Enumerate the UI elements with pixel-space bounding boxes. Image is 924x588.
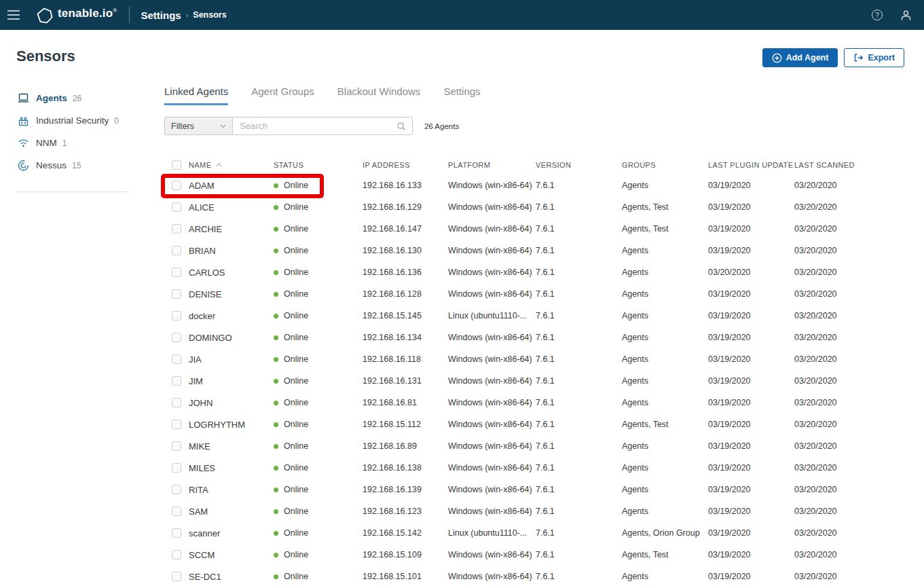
table-row[interactable]: MILES Online 192.168.16.138 Windows (win… (164, 457, 924, 479)
agent-last-scanned: 03/20/2020 (794, 398, 924, 407)
table-row[interactable]: JIA Online 192.168.16.118 Windows (win-x… (164, 348, 924, 370)
table-row[interactable]: SE-DC1 Online 192.168.15.101 Windows (wi… (164, 566, 924, 587)
agent-last-plugin-update: 03/19/2020 (708, 572, 794, 581)
online-status-dot-icon (274, 488, 278, 492)
table-row[interactable]: DOMINGO Online 192.168.16.134 Windows (w… (164, 327, 924, 348)
row-checkbox[interactable] (172, 268, 181, 277)
table-row[interactable]: scanner Online 192.168.15.142 Linux (ubu… (164, 522, 924, 544)
agent-platform: Windows (win-x86-64) (448, 550, 536, 559)
hamburger-menu-icon[interactable] (0, 0, 27, 30)
breadcrumb-settings[interactable]: Settings (141, 10, 181, 21)
row-checkbox[interactable] (172, 181, 181, 190)
agent-name: docker (189, 311, 274, 321)
topbar-divider (129, 7, 130, 23)
column-header-version[interactable]: VERSION (536, 161, 622, 169)
tab-agent-groups[interactable]: Agent Groups (251, 86, 314, 105)
agent-platform: Windows (win-x86-64) (448, 246, 536, 255)
tab-blackout-windows[interactable]: Blackout Windows (337, 86, 421, 105)
agent-groups: Agents (622, 289, 708, 299)
agent-last-scanned: 03/20/2020 (794, 376, 924, 386)
row-checkbox[interactable] (172, 485, 181, 494)
row-checkbox[interactable] (172, 289, 181, 299)
table-row[interactable]: CARLOS Online 192.168.16.136 Windows (wi… (164, 261, 924, 283)
row-checkbox[interactable] (172, 550, 181, 559)
table-row[interactable]: MIKE Online 192.168.16.89 Windows (win-x… (164, 435, 924, 457)
agent-status: Online (274, 289, 363, 299)
row-checkbox[interactable] (172, 398, 181, 407)
filters-dropdown[interactable]: Filters (165, 117, 233, 134)
agent-ip-address: 192.168.16.128 (363, 289, 448, 299)
table-row[interactable]: DENISE Online 192.168.16.128 Windows (wi… (164, 283, 924, 305)
agent-status: Online (274, 572, 363, 581)
table-row[interactable]: JIM Online 192.168.16.131 Windows (win-x… (164, 370, 924, 392)
table-row[interactable]: ALICE Online 192.168.16.129 Windows (win… (164, 196, 924, 218)
online-status-dot-icon (274, 357, 278, 362)
tab-settings[interactable]: Settings (443, 86, 480, 105)
online-status-dot-icon (274, 574, 278, 579)
tenable-logo[interactable]: tenable.io® (37, 7, 117, 24)
row-checkbox[interactable] (172, 311, 181, 320)
column-header-groups[interactable]: GROUPS (622, 161, 708, 169)
page-title: Sensors (16, 48, 75, 65)
add-agent-button[interactable]: Add Agent (762, 48, 838, 67)
sidebar-item-agents[interactable]: Agents 26 (16, 87, 129, 109)
column-header-last-scanned[interactable]: LAST SCANNED (794, 161, 924, 169)
user-profile-icon[interactable] (900, 10, 912, 21)
column-header-last-plugin-update[interactable]: LAST PLUGIN UPDATE (708, 161, 794, 169)
sidebar-item-nessus[interactable]: Nessus 15 (16, 154, 129, 177)
agent-status: Online (274, 268, 363, 277)
search-icon[interactable] (396, 122, 412, 131)
row-checkbox[interactable] (172, 572, 181, 581)
agent-version: 7.6.1 (536, 376, 622, 386)
agent-name: MILES (189, 463, 274, 473)
brand-name: tenable.io® (58, 7, 117, 20)
export-button[interactable]: Export (844, 48, 904, 67)
online-status-dot-icon (274, 205, 278, 210)
agent-status: Online (274, 463, 363, 473)
table-row[interactable]: SCCM Online 192.168.15.109 Windows (win-… (164, 544, 924, 566)
row-checkbox[interactable] (172, 528, 181, 538)
agent-name: SAM (189, 507, 274, 517)
table-row[interactable]: ARCHIE Online 192.168.16.147 Windows (wi… (164, 218, 924, 240)
table-row[interactable]: ADAM Online 192.168.16.133 Windows (win-… (164, 174, 924, 196)
sidebar-item-industrial-security[interactable]: Industrial Security 0 (16, 109, 129, 132)
table-row[interactable]: RITA Online 192.168.16.139 Windows (win-… (164, 479, 924, 500)
table-row[interactable]: LOGRHYTHM Online 192.168.15.112 Windows … (164, 414, 924, 435)
table-row[interactable]: BRIAN Online 192.168.16.130 Windows (win… (164, 240, 924, 261)
agent-ip-address: 192.168.16.118 (363, 354, 448, 364)
table-row[interactable]: JOHN Online 192.168.16.81 Windows (win-x… (164, 392, 924, 414)
table-row[interactable]: docker Online 192.168.15.145 Linux (ubun… (164, 305, 924, 327)
agent-name: ALICE (189, 202, 274, 213)
search-input[interactable] (233, 121, 396, 131)
table-row[interactable]: SAM Online 192.168.16.123 Windows (win-x… (164, 500, 924, 522)
sidebar-item-count: 0 (114, 116, 119, 126)
agent-ip-address: 192.168.15.145 (363, 311, 448, 320)
online-status-dot-icon (274, 270, 278, 275)
help-icon[interactable]: ? (872, 10, 883, 20)
row-checkbox[interactable] (172, 376, 181, 386)
agent-last-scanned: 03/20/2020 (794, 224, 924, 234)
tab-linked-agents[interactable]: Linked Agents (164, 86, 228, 105)
row-checkbox[interactable] (172, 463, 181, 473)
row-checkbox[interactable] (172, 246, 181, 255)
agent-status: Online (274, 398, 363, 407)
select-all-checkbox[interactable] (172, 160, 181, 170)
row-checkbox[interactable] (172, 202, 181, 212)
column-header-ip-address[interactable]: IP ADDRESS (363, 161, 448, 169)
agent-platform: Linux (ubuntu1110-... (448, 311, 536, 320)
row-checkbox[interactable] (172, 333, 181, 342)
agent-platform: Windows (win-x86-64) (448, 441, 536, 451)
row-checkbox[interactable] (172, 354, 181, 364)
column-header-platform[interactable]: PLATFORM (448, 161, 536, 169)
row-checkbox[interactable] (172, 507, 181, 516)
column-header-status[interactable]: STATUS (274, 161, 363, 169)
column-header-name[interactable]: NAME (189, 161, 274, 169)
sort-ascending-icon (216, 163, 222, 167)
row-checkbox[interactable] (172, 420, 181, 429)
sidebar-item-nnm[interactable]: NNM 1 (16, 132, 129, 154)
row-checkbox[interactable] (172, 224, 181, 234)
agent-last-scanned: 03/20/2020 (794, 572, 924, 581)
row-checkbox[interactable] (172, 441, 181, 451)
agent-version: 7.6.1 (536, 333, 622, 342)
agent-version: 7.6.1 (536, 181, 622, 190)
